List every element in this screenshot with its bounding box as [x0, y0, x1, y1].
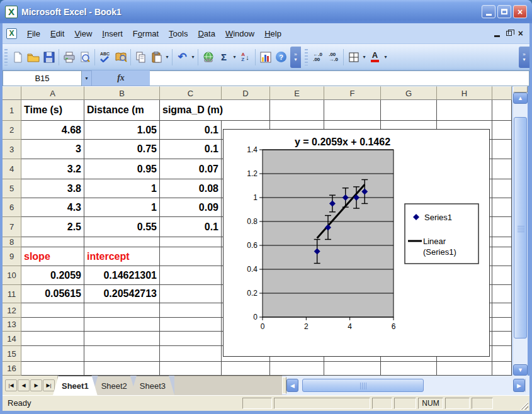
cell-B15[interactable] — [84, 346, 160, 362]
cell-partial[interactable] — [492, 159, 512, 179]
cell-A10[interactable]: 0.2059 — [21, 266, 84, 285]
copy-button[interactable] — [133, 49, 149, 65]
cell-partial[interactable] — [492, 100, 512, 121]
cell-C5[interactable]: 0.08 — [160, 179, 222, 198]
cell-partial[interactable] — [492, 179, 512, 198]
cell-E1[interactable] — [270, 100, 324, 121]
cell-A8[interactable] — [21, 237, 84, 247]
font-color-dropdown-icon[interactable]: ▾ — [383, 49, 388, 65]
cell-partial[interactable] — [492, 247, 512, 266]
menu-help[interactable]: Help — [259, 27, 286, 40]
column-header-b[interactable]: B — [84, 86, 160, 100]
cell-A15[interactable] — [21, 346, 84, 362]
horizontal-scroll-track[interactable] — [298, 379, 513, 392]
cell-A12[interactable] — [21, 303, 84, 318]
row-header-4[interactable]: 4 — [3, 159, 21, 179]
split-box[interactable] — [513, 86, 528, 92]
autosum-dropdown-icon[interactable]: ▾ — [232, 49, 237, 65]
row-header-6[interactable]: 6 — [3, 198, 21, 217]
column-header-g[interactable]: G — [381, 86, 437, 100]
tab-next-icon[interactable]: ▶ — [30, 379, 42, 391]
row-header-3[interactable]: 3 — [3, 140, 21, 159]
undo-button[interactable]: ↶ — [174, 49, 190, 65]
cell-A7[interactable]: 2.5 — [21, 217, 84, 237]
name-box-dropdown-icon[interactable]: ▾ — [82, 70, 92, 86]
cell-C6[interactable]: 0.09 — [160, 198, 222, 217]
cell-D1[interactable] — [222, 100, 270, 121]
sheet-tab-sheet1[interactable]: Sheet1 — [53, 376, 98, 395]
scroll-up-icon[interactable]: ▲ — [513, 92, 528, 104]
autosum-button[interactable]: Σ — [216, 49, 232, 65]
column-header-e[interactable]: E — [270, 86, 324, 100]
cell-C13[interactable] — [160, 318, 222, 332]
cell-partial[interactable] — [492, 266, 512, 285]
cell-partial[interactable] — [492, 303, 512, 318]
cell-B12[interactable] — [84, 303, 160, 318]
menu-tools[interactable]: Tools — [164, 27, 193, 40]
column-header-d[interactable]: D — [222, 86, 270, 100]
save-button[interactable] — [41, 49, 57, 65]
cell-C14[interactable] — [160, 332, 222, 346]
menu-format[interactable]: Format — [128, 27, 164, 40]
row-header-16[interactable]: 16 — [3, 362, 21, 376]
toolbar-options-chevron[interactable]: »▾ — [519, 47, 529, 68]
row-header-8[interactable]: 8 — [3, 237, 21, 247]
cell-C12[interactable] — [160, 303, 222, 318]
toolbar-options-chevron[interactable]: »▾ — [290, 47, 301, 68]
cell-A5[interactable]: 3.8 — [21, 179, 84, 198]
toolbar-grip[interactable] — [4, 49, 8, 65]
cell-B6[interactable]: 1 — [84, 198, 160, 217]
cell-partial[interactable] — [492, 237, 512, 247]
cell-A9[interactable]: slope — [21, 247, 84, 266]
cell-A1[interactable]: Time (s) — [21, 100, 84, 121]
formula-input[interactable] — [150, 70, 529, 86]
cell-partial[interactable] — [492, 121, 512, 140]
horizontal-scroll-thumb[interactable] — [302, 379, 424, 392]
cell-partial[interactable] — [492, 318, 512, 332]
tab-first-icon[interactable]: |◀ — [5, 379, 17, 391]
cell-C10[interactable] — [160, 266, 222, 285]
row-header-14[interactable]: 14 — [3, 332, 21, 346]
cell-G16[interactable] — [381, 362, 437, 376]
row-header-11[interactable]: 11 — [3, 285, 21, 303]
row-header-5[interactable]: 5 — [3, 179, 21, 198]
row-header-10[interactable]: 10 — [3, 266, 21, 285]
name-box[interactable]: B15 — [3, 70, 82, 86]
cell-A6[interactable]: 4.3 — [21, 198, 84, 217]
tab-prev-icon[interactable]: ◀ — [18, 379, 30, 391]
spelling-button[interactable]: ABC — [97, 49, 113, 65]
maximize-button[interactable] — [497, 5, 511, 18]
cell-C2[interactable]: 0.1 — [160, 121, 222, 140]
cell-partial[interactable] — [492, 285, 512, 303]
workbook-restore-icon[interactable] — [506, 31, 512, 36]
paste-dropdown-icon[interactable]: ▾ — [164, 49, 170, 65]
cell-F16[interactable] — [324, 362, 381, 376]
cell-E16[interactable] — [270, 362, 324, 376]
vertical-scroll-track[interactable] — [513, 104, 528, 364]
cell-B3[interactable]: 0.75 — [84, 140, 160, 159]
workbook-close-icon[interactable]: × — [518, 30, 523, 36]
cell-B11[interactable]: 0.20542713 — [84, 285, 160, 303]
cell-C8[interactable] — [160, 237, 222, 247]
print-button[interactable] — [61, 49, 77, 65]
resize-grip[interactable] — [520, 401, 528, 410]
cell-C16[interactable] — [160, 362, 222, 376]
cell-G1[interactable] — [381, 100, 437, 121]
column-header-f[interactable]: F — [324, 86, 381, 100]
menu-data[interactable]: Data — [193, 27, 220, 40]
tab-split-handle[interactable] — [282, 377, 286, 394]
row-header-12[interactable]: 12 — [3, 303, 21, 318]
scroll-left-icon[interactable]: ◀ — [286, 379, 298, 392]
cell-C7[interactable]: 0.1 — [160, 217, 222, 237]
new-button[interactable] — [9, 49, 25, 65]
cell-B5[interactable]: 1 — [84, 179, 160, 198]
cell-B13[interactable] — [84, 318, 160, 332]
column-header-a[interactable]: A — [21, 86, 84, 100]
cell-A3[interactable]: 3 — [21, 140, 84, 159]
row-header-7[interactable]: 7 — [3, 217, 21, 237]
cell-partial[interactable] — [492, 198, 512, 217]
menu-view[interactable]: View — [69, 27, 97, 40]
cell-F1[interactable] — [324, 100, 381, 121]
print-preview-button[interactable] — [77, 49, 93, 65]
menu-edit[interactable]: Edit — [45, 27, 69, 40]
